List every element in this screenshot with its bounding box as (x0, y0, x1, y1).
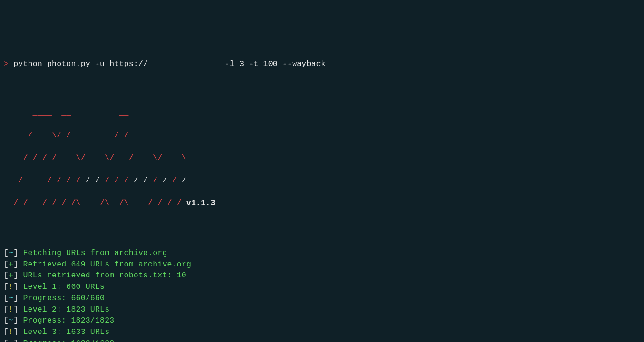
log-message: Fetching URLs from archive.org (23, 248, 167, 257)
logo-line-3a: / /_/ / __ \/ (4, 153, 90, 162)
version-text: v1.1.3 (182, 199, 215, 208)
log-symbol: + (9, 260, 13, 269)
logo-line-1: ____ __ __ (4, 108, 129, 117)
log-line: [+] Retrieved 649 URLs from archive.org (4, 259, 640, 270)
log-line: [~] Progress: 1823/1823 (4, 315, 640, 326)
log-line: [+] URLs retrieved from robots.txt: 10 (4, 270, 640, 281)
log-message: Level 1: 660 URLs (23, 282, 105, 291)
log-message: Progress: 1633/1633 (23, 339, 114, 342)
log-message: Progress: 660/660 (23, 294, 105, 303)
command-line: > python photon.py -u https:// -l 3 -t 1… (4, 58, 640, 70)
log-line: [~] Progress: 1633/1633 (4, 338, 640, 342)
log-line: [~] Progress: 660/660 (4, 293, 640, 304)
log-symbol: ~ (9, 316, 13, 325)
prompt-symbol: > (4, 59, 9, 68)
log-message: Level 2: 1823 URLs (23, 305, 109, 314)
log-message: Progress: 1823/1823 (23, 316, 114, 325)
logo-line-2: / __ \/ /_ ____ / /_____ ____ (4, 131, 182, 140)
log-message: URLs retrieved from robots.txt: 10 (23, 271, 186, 280)
logo-line-4a: / ____/ / / / (4, 176, 86, 185)
log-symbol: ! (9, 282, 13, 291)
log-message: Retrieved 649 URLs from archive.org (23, 260, 191, 269)
command-text-pre: python photon.py -u https:// (13, 59, 148, 68)
log-line: [!] Level 3: 1633 URLs (4, 326, 640, 338)
log-symbol: ~ (9, 294, 13, 303)
log-symbol: ! (9, 305, 13, 314)
log-symbol: + (9, 271, 13, 280)
log-line: [!] Level 2: 1823 URLs (4, 304, 640, 315)
log-symbol: ~ (9, 339, 13, 342)
log-symbol: ! (9, 327, 13, 336)
command-text-post: -l 3 -t 100 --wayback (220, 59, 326, 68)
terminal-output: > python photon.py -u https:// -l 3 -t 1… (4, 47, 640, 342)
log-symbol: ~ (9, 248, 13, 257)
log-line: [~] Fetching URLs from archive.org (4, 247, 640, 259)
logo-line-5: /_/ /_/ /_/\____/\__/\____/_/ /_/ (4, 199, 182, 208)
ascii-logo: ____ __ __ / __ \/ /_ ____ / /_____ ____… (4, 96, 640, 220)
redacted-url (148, 59, 220, 68)
log-section: [~] Fetching URLs from archive.org[+] Re… (4, 247, 640, 342)
log-message: Level 3: 1633 URLs (23, 327, 109, 336)
log-line: [!] Level 1: 660 URLs (4, 281, 640, 293)
